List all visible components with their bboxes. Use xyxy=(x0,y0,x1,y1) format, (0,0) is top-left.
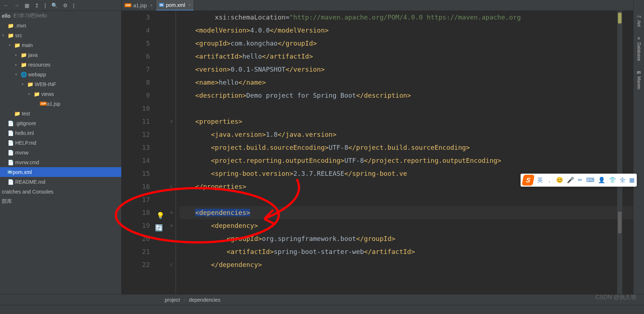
forward-icon[interactable]: → xyxy=(14,3,19,8)
project-root[interactable]: ello E:\学习吧\hello xyxy=(0,11,121,21)
code-line[interactable] xyxy=(180,102,633,115)
tree-item-README-md[interactable]: 📄README.md xyxy=(0,177,121,187)
ime-toolbar[interactable]: S 英 ，😊🎤✏⌨👤👕全▦ xyxy=(521,174,637,187)
ime-language[interactable]: 英 xyxy=(537,177,543,184)
fold-icon[interactable]: ⊟ xyxy=(169,224,174,228)
code-line[interactable]: <description>Demo project for Spring Boo… xyxy=(180,89,633,102)
tree-item-a1-jsp[interactable]: JSP a1.jsp xyxy=(0,99,121,109)
tree-item-mvnw-cmd[interactable]: 📄mvnw.cmd xyxy=(0,157,121,167)
code-content[interactable]: xsi:schemaLocation="http://maven.apache.… xyxy=(176,11,633,294)
code-line[interactable] xyxy=(180,193,633,206)
scrollbar-thumb[interactable] xyxy=(618,212,622,233)
toolbar-left: ← → ▦ ↥ | 🔍 ⚙ | xyxy=(0,0,122,11)
chevron-icon[interactable]: ▾ xyxy=(9,43,14,47)
code-line[interactable]: <artifactId>spring-boot-starter-web</art… xyxy=(180,245,633,258)
tree-item-pom-xml[interactable]: m pom.xml xyxy=(0,167,121,177)
close-icon[interactable]: × xyxy=(150,3,152,8)
line-number: 12 xyxy=(122,128,150,141)
code-line[interactable]: <dependency> xyxy=(180,219,633,232)
line-number: 16 xyxy=(122,180,150,193)
code-line[interactable]: <artifactId>hello</artifactId> xyxy=(180,50,633,63)
tree-item-test[interactable]: 📁test xyxy=(0,109,121,118)
breadcrumb-item[interactable]: dependencies xyxy=(189,297,220,303)
code-line[interactable]: <project.build.sourceEncoding>UTF-8</pro… xyxy=(180,141,633,154)
line-number: 10 xyxy=(122,102,150,115)
tree-item-webapp[interactable]: ▾🌐webapp xyxy=(0,69,121,79)
fold-column[interactable]: ⊟⊏⊟⊟⊏ xyxy=(169,11,176,294)
editor[interactable]: 345678910111213141516171819202122 💡🔄 ⊟⊏⊟… xyxy=(122,11,633,294)
tree-item-HELP-md[interactable]: 📄HELP.md xyxy=(0,138,121,148)
file-icon: 📄 xyxy=(7,150,14,156)
chevron-icon[interactable]: ▾ xyxy=(2,33,7,37)
ime-button[interactable]: 全 xyxy=(620,177,626,184)
settings-icon[interactable]: ⚙ xyxy=(63,3,68,8)
tree-item-main[interactable]: ▾📁main xyxy=(0,40,121,50)
bulb-icon[interactable]: 💡 xyxy=(156,209,164,222)
tree-extra[interactable]: 部库 xyxy=(0,196,121,206)
tool-database[interactable]: ≡Database xyxy=(636,36,642,61)
code-line[interactable]: <properties> xyxy=(180,115,633,128)
maven-icon: m xyxy=(159,3,164,7)
ime-button[interactable]: ， xyxy=(547,177,552,184)
ime-button[interactable]: 🎤 xyxy=(567,177,574,184)
tab-a1-jsp[interactable]: JSPa1.jsp× xyxy=(122,0,156,10)
ime-button[interactable]: ⌨ xyxy=(586,177,594,184)
tree-item-mvnw[interactable]: 📄mvnw xyxy=(0,148,121,157)
tab-pom-xml[interactable]: mpom.xml× xyxy=(156,0,194,10)
breadcrumb-item[interactable]: project xyxy=(165,297,180,303)
fold-icon[interactable]: ⊏ xyxy=(169,263,174,267)
jsp-icon: JSP xyxy=(125,3,131,7)
tree-item--mvn[interactable]: 📁.mvn xyxy=(0,21,121,30)
code-line[interactable]: xsi:schemaLocation="http://maven.apache.… xyxy=(180,11,633,24)
project-tree[interactable]: ello E:\学习吧\hello 📁.mvn▾📁src▾📁main▸📁java… xyxy=(0,11,122,294)
breadcrumbs: project › dependencies xyxy=(0,294,644,305)
tree-item-resources[interactable]: ▸📁resources xyxy=(0,60,121,69)
close-icon[interactable]: × xyxy=(188,3,191,8)
ime-button[interactable]: 😊 xyxy=(556,177,563,184)
chevron-icon[interactable]: ▾ xyxy=(28,92,33,96)
tree-item--gitignore[interactable]: 📄.gitignore xyxy=(0,118,121,128)
tool-ant[interactable]: 🐜Ant xyxy=(636,14,642,27)
reload-icon[interactable]: 🔄 xyxy=(155,221,163,234)
file-icon: 📄 xyxy=(7,130,14,136)
code-line[interactable]: <groupId>com.kongchao</groupId> xyxy=(180,37,633,50)
fold-icon[interactable]: ⊟ xyxy=(169,119,174,124)
ant-icon: 🐜 xyxy=(636,14,642,19)
search-icon[interactable]: 🔍 xyxy=(51,3,58,8)
ime-button[interactable]: 👤 xyxy=(598,177,605,184)
tree-item-WEB-INF[interactable]: ▾📁WEB-INF xyxy=(0,79,121,89)
ime-button[interactable]: 👕 xyxy=(609,177,616,184)
line-number: 13 xyxy=(122,141,150,154)
code-line[interactable]: <modelVersion>4.0.0</modelVersion> xyxy=(180,24,633,37)
tree-item-views[interactable]: ▾📁views xyxy=(0,89,121,99)
chevron-icon[interactable]: ▸ xyxy=(15,63,20,67)
ime-button[interactable]: ✏ xyxy=(578,177,582,184)
code-line[interactable]: </dependency> xyxy=(180,258,633,271)
tree-item-hello-iml[interactable]: 📄hello.iml xyxy=(0,128,121,138)
class-icon[interactable]: ▦ xyxy=(25,3,29,8)
chevron-icon[interactable]: ▾ xyxy=(22,82,27,86)
folder-icon: 📁 xyxy=(14,111,20,116)
tree-item-src[interactable]: ▾📁src xyxy=(0,30,121,40)
scrollbar[interactable] xyxy=(617,11,622,294)
line-number: 6 xyxy=(122,50,150,63)
chevron-icon[interactable]: ▸ xyxy=(15,53,20,57)
back-icon[interactable]: ← xyxy=(4,3,9,8)
code-line[interactable]: <groupId>org.springframework.boot</group… xyxy=(180,232,633,245)
sogou-logo-icon[interactable]: S xyxy=(522,175,534,186)
folder-source-icon: 📁 xyxy=(14,42,20,48)
ime-button[interactable]: ▦ xyxy=(629,177,635,184)
folder-source-icon: 📁 xyxy=(20,52,27,58)
code-line[interactable]: <name>hello</name> xyxy=(180,76,633,89)
code-line[interactable]: <dependencies> xyxy=(180,206,633,219)
code-line[interactable]: <project.reporting.outputEncoding>UTF-8<… xyxy=(180,154,633,167)
fold-icon[interactable]: ⊟ xyxy=(169,211,174,215)
fold-icon[interactable]: ⊏ xyxy=(169,184,174,189)
up-icon[interactable]: ↥ xyxy=(35,3,39,8)
tree-extra[interactable]: cratches and Consoles xyxy=(0,187,121,196)
code-line[interactable]: <version>0.0.1-SNAPSHOT</version> xyxy=(180,63,633,76)
tree-item-java[interactable]: ▸📁java xyxy=(0,50,121,60)
chevron-icon[interactable]: ▾ xyxy=(15,72,20,76)
tool-maven[interactable]: mMaven xyxy=(636,70,642,89)
code-line[interactable]: <java.version>1.8</java.version> xyxy=(180,128,633,141)
